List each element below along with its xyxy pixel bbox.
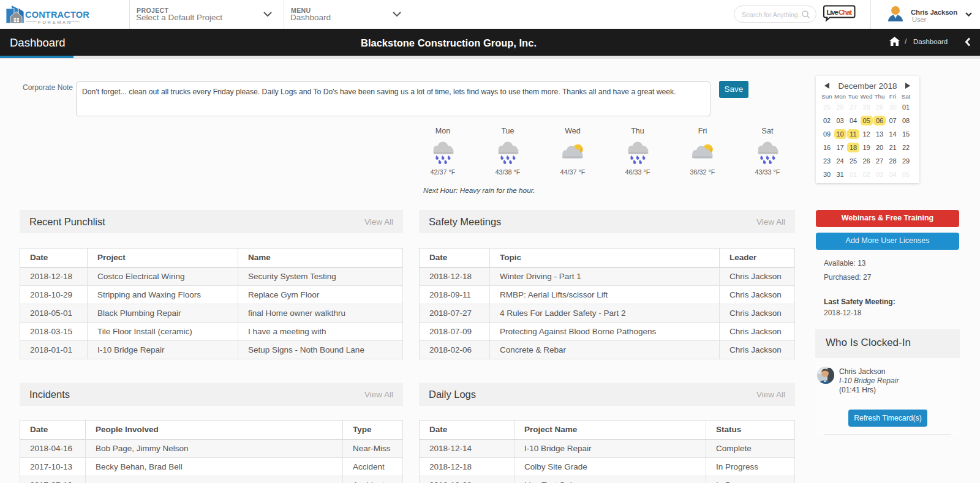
svg-text:Chat: Chat: [839, 9, 852, 16]
svg-text:Live: Live: [827, 9, 839, 16]
svg-text:FOREMAN: FOREMAN: [38, 20, 72, 25]
svg-text:CONTRACTOR: CONTRACTOR: [25, 10, 89, 20]
